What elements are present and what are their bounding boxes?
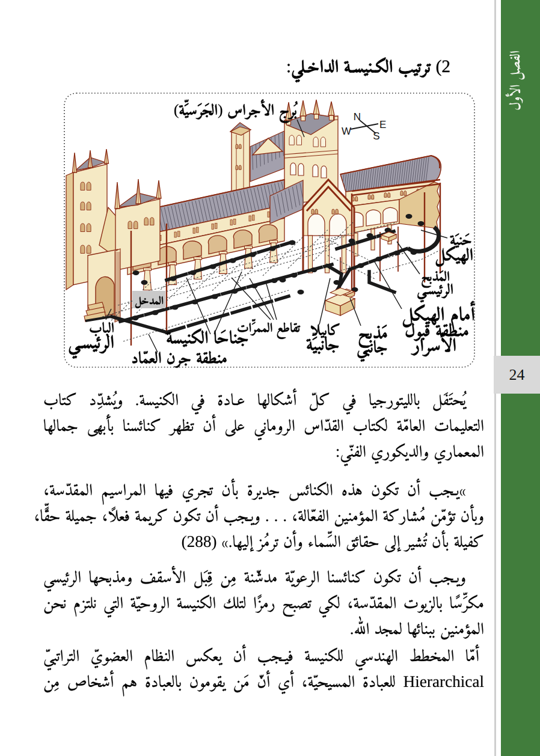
svg-text:W: W	[342, 126, 351, 137]
svg-text:S: S	[373, 130, 379, 142]
svg-text:E: E	[379, 119, 386, 130]
svg-text:N: N	[354, 111, 361, 123]
